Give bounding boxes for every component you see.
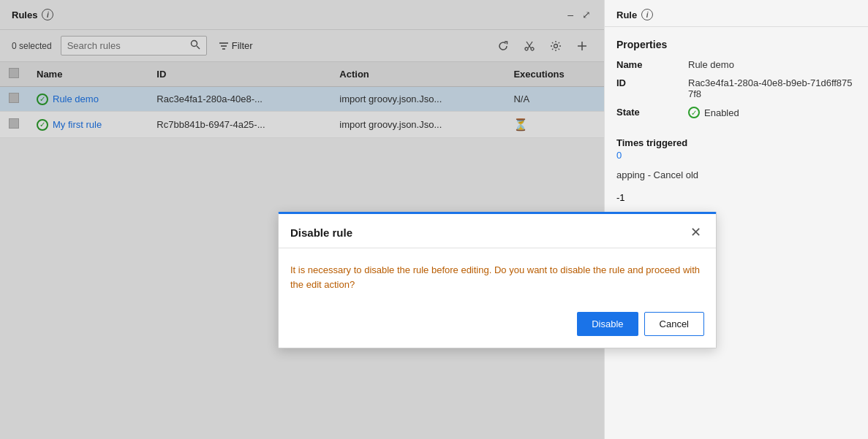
prop-id-row: ID Rac3e4fa1-280a-40e8-b9eb-71d6ff8757f8: [616, 77, 856, 99]
properties-title: Properties: [616, 39, 856, 50]
prop-state-value: ✓ Enabled: [688, 107, 739, 118]
modal-footer: Disable Cancel: [279, 303, 716, 348]
modal-warning-text: It is necessary to disable the rule befo…: [290, 263, 704, 291]
times-triggered-section: Times triggered 0: [605, 137, 868, 161]
prop-state-row: State ✓ Enabled: [616, 107, 856, 118]
prop-name-value: Rule demo: [688, 59, 734, 70]
right-panel-header: Rule i: [605, 0, 868, 27]
prop-state-label: State: [616, 107, 682, 118]
modal-overlay: Disable rule ✕ It is necessary to disabl…: [0, 0, 604, 439]
modal-title: Disable rule: [290, 226, 352, 239]
right-panel-title-text: Rule: [616, 9, 637, 20]
right-panel-title: Rule i: [616, 9, 856, 20]
properties-section: Properties Name Rule demo ID Rac3e4fa1-2…: [605, 27, 868, 137]
times-triggered-value: 0: [616, 150, 856, 161]
modal-body: It is necessary to disable the rule befo…: [279, 248, 716, 303]
modal-header: Disable rule ✕: [279, 214, 716, 248]
prop-name-label: Name: [616, 59, 682, 70]
partial-text: apping - Cancel old: [605, 161, 868, 189]
state-enabled-icon: ✓: [688, 107, 700, 118]
modal-dialog: Disable rule ✕ It is necessary to disabl…: [278, 212, 717, 348]
cancel-button[interactable]: Cancel: [644, 312, 704, 336]
disable-button[interactable]: Disable: [577, 312, 638, 336]
prop-name-row: Name Rule demo: [616, 59, 856, 70]
prop-id-label: ID: [616, 77, 682, 99]
right-panel-info-icon[interactable]: i: [641, 9, 653, 20]
prop-id-value: Rac3e4fa1-280a-40e8-b9eb-71d6ff8757f8: [688, 77, 856, 99]
times-triggered-label: Times triggered: [616, 137, 856, 148]
modal-close-button[interactable]: ✕: [687, 224, 704, 240]
negative-value: -1: [616, 192, 625, 203]
negative-value-container: -1: [605, 189, 868, 206]
left-panel: Rules i – ⤢ 0 selected: [0, 0, 605, 439]
state-text: Enabled: [704, 107, 739, 118]
